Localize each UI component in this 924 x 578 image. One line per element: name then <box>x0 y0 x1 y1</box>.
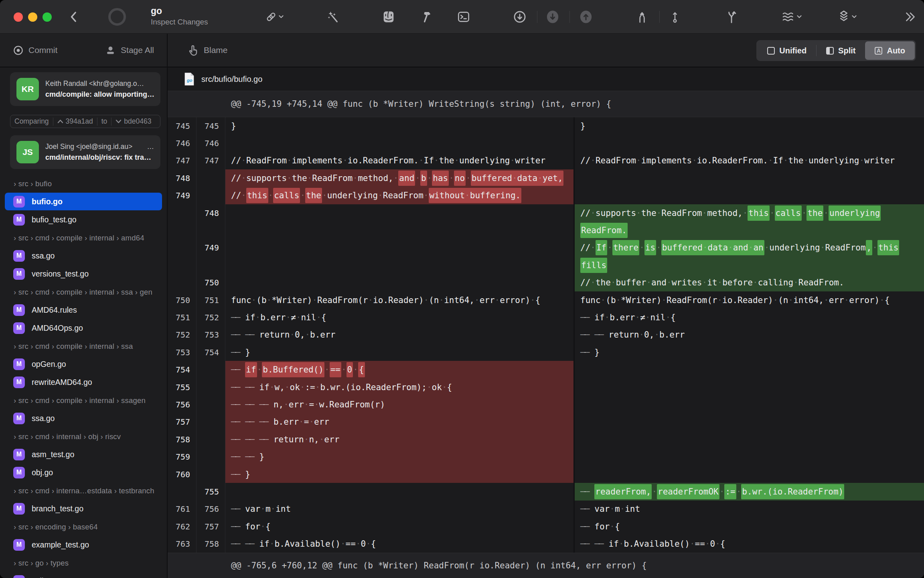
build-hammer-button[interactable] <box>420 10 433 23</box>
diff-row[interactable]: 749//·this·calls·the·underlying·ReadFrom… <box>168 187 924 204</box>
push-button[interactable] <box>579 10 593 24</box>
diff-row[interactable]: 761756──var·m·int──var·m·int <box>168 501 924 518</box>
tree-path-header[interactable]: › src › go › types <box>0 554 167 572</box>
tree-file-item[interactable]: MAMD64.rules <box>5 301 162 319</box>
diff-row[interactable]: 760──} <box>168 466 924 483</box>
file-name: AMD64.rules <box>32 305 77 315</box>
app-window: go Inspect Changes <box>0 0 924 578</box>
diff-row[interactable]: 748//·supports·the·ReadFrom·method,·and·… <box>168 169 924 187</box>
zoom-button[interactable] <box>43 12 52 22</box>
tree-file-item[interactable]: Mexample_test.go <box>5 536 162 554</box>
comparing-to-ref[interactable]: bde0463 <box>111 117 155 126</box>
file-header[interactable]: go src/bufio/bufio.go <box>168 67 924 91</box>
tree-file-item[interactable]: MrewriteAMD64.go <box>5 373 162 391</box>
quick-link-button[interactable] <box>265 11 284 23</box>
finder-icon-button[interactable] <box>383 10 395 23</box>
stash-button[interactable] <box>782 10 802 23</box>
diff-row[interactable]: ReadFrom. <box>168 222 924 239</box>
diff-row[interactable]: 757──────b.err·=·err <box>168 413 924 431</box>
tree-file-item[interactable]: Mssa.go <box>5 409 162 427</box>
caret-down-icon <box>116 119 122 124</box>
diff-row[interactable]: 759────} <box>168 448 924 465</box>
diff-row[interactable]: 747747//·ReadFrom·implements·io.ReaderFr… <box>168 152 924 169</box>
file-name: opGen.go <box>32 360 66 369</box>
blame-button-label: Blame <box>204 45 228 55</box>
tree-path-header[interactable]: › src › cmd › compile › internal › ssa ›… <box>0 283 167 301</box>
tree-path-header[interactable]: › src › cmd › internal › obj › riscv <box>0 427 167 446</box>
tree-file-item[interactable]: Mcall.go <box>5 572 162 578</box>
old-code-cell: ────if·b.Available()·==·0·{ <box>225 535 573 552</box>
diff-row[interactable]: 762757──for·{──for·{ <box>168 518 924 535</box>
old-code-cell <box>225 274 573 291</box>
diff-row[interactable]: 752753────return·0,·b.err────return·0,·b… <box>168 326 924 344</box>
cherry-pick-button[interactable] <box>837 10 857 24</box>
caret-up-icon <box>57 119 63 124</box>
tree-path-header[interactable]: › src › cmd › compile › internal › ssage… <box>0 391 167 409</box>
new-line-number <box>197 361 225 378</box>
tree-file-item[interactable]: Mbufio.go <box>5 193 162 210</box>
person-icon <box>105 45 116 56</box>
tree-path-header[interactable]: › src › cmd › compile › internal › ssa <box>0 337 167 355</box>
blame-button[interactable]: Blame <box>188 45 228 56</box>
commit-card[interactable]: JS Joel Sing <joel@sing.id.au> … cmd/int… <box>10 135 160 169</box>
diff-row[interactable]: 751752──if·b.err·≠·nil·{──if·b.err·≠·nil… <box>168 309 924 326</box>
diff-row[interactable]: 753754──}──} <box>168 344 924 361</box>
file-name: branch_test.go <box>32 504 83 513</box>
diff-row[interactable]: 750//·the·buffer·and·writes·it·before·ca… <box>168 274 924 291</box>
commit-button[interactable]: Commit <box>13 45 57 56</box>
diff-row[interactable]: 746746 <box>168 134 924 152</box>
diff-row[interactable]: 749//·If·there·is·buffered·data·and·an·u… <box>168 239 924 256</box>
old-code-cell: } <box>225 117 573 134</box>
title-group: go Inspect Changes <box>151 6 208 26</box>
toolbar-separator <box>537 11 537 23</box>
diff-row[interactable]: 758──────return·n,·err <box>168 431 924 448</box>
diff-row[interactable]: fills <box>168 256 924 274</box>
diff-row[interactable]: 756──────n,·err·=·w.ReadFrom(r) <box>168 396 924 413</box>
new-line-number: 754 <box>197 344 225 361</box>
diff-row[interactable]: 750751func·(b·*Writer)·ReadFrom(r·io.Rea… <box>168 291 924 309</box>
tree-path-header[interactable]: › src › cmd › compile › internal › amd64 <box>0 229 167 247</box>
tree-path-header[interactable]: › src › bufio <box>0 175 167 193</box>
rebase-button[interactable] <box>669 10 681 24</box>
comparing-pill[interactable]: Comparing 394a1ad to bde0463 <box>10 115 160 128</box>
new-code-cell: //·supports·the·ReadFrom·method,·this·ca… <box>573 204 924 222</box>
split-view-icon <box>826 47 834 55</box>
close-button[interactable] <box>14 12 23 22</box>
diff-row[interactable]: 755──readerFrom,·readerFromOK·:=·b.wr.(i… <box>168 483 924 500</box>
magic-wand-button[interactable] <box>327 10 340 23</box>
branch-button[interactable] <box>725 10 738 24</box>
view-mode-unified[interactable]: Unified <box>758 41 816 60</box>
view-mode-auto[interactable]: A Auto <box>865 41 915 60</box>
diff-row[interactable]: 754──if·b.Buffered()·==·0·{ <box>168 361 924 378</box>
tree-file-item[interactable]: Masm_test.go <box>5 446 162 463</box>
tree-file-item[interactable]: Mbufio_test.go <box>5 211 162 228</box>
diff-row[interactable]: 763758────if·b.Available()·==·0·{────if·… <box>168 535 924 552</box>
new-line-number <box>197 413 225 431</box>
file-name: ssa.go <box>32 251 55 261</box>
fetch-button[interactable] <box>546 10 559 24</box>
more-tools-button[interactable] <box>904 12 916 22</box>
back-button[interactable] <box>69 11 79 23</box>
view-mode-split[interactable]: Split <box>817 41 865 60</box>
file-name: example_test.go <box>32 540 89 550</box>
minimize-button[interactable] <box>28 12 37 22</box>
tree-file-item[interactable]: Mssa.go <box>5 247 162 265</box>
stage-all-button[interactable]: Stage All <box>105 45 154 56</box>
commit-card[interactable]: KR Keith Randall <khr@golang.o… cmd/comp… <box>10 72 160 106</box>
pull-button[interactable] <box>513 10 527 24</box>
merge-button[interactable] <box>636 10 648 24</box>
sidebar: Commit Stage All KR Keith Randall <khr@g… <box>0 34 168 578</box>
tree-file-item[interactable]: MopGen.go <box>5 355 162 373</box>
tree-file-item[interactable]: Mversions_test.go <box>5 265 162 283</box>
diff-row[interactable]: 745745}} <box>168 117 924 134</box>
diff-row[interactable]: 755────if·w,·ok·:=·b.wr.(io.ReaderFrom);… <box>168 379 924 396</box>
comparing-from-ref[interactable]: 394a1ad <box>53 117 97 126</box>
tree-file-item[interactable]: MAMD64Ops.go <box>5 319 162 337</box>
tree-path-header[interactable]: › src › cmd › interna…estdata › testbran… <box>0 482 167 500</box>
tree-path-header[interactable]: › src › encoding › base64 <box>0 518 167 536</box>
terminal-button[interactable] <box>457 10 470 23</box>
old-line-number: 750 <box>168 291 197 309</box>
tree-file-item[interactable]: Mbranch_test.go <box>5 500 162 517</box>
tree-file-item[interactable]: Mobj.go <box>5 464 162 481</box>
diff-row[interactable]: 748//·supports·the·ReadFrom·method,·this… <box>168 204 924 222</box>
